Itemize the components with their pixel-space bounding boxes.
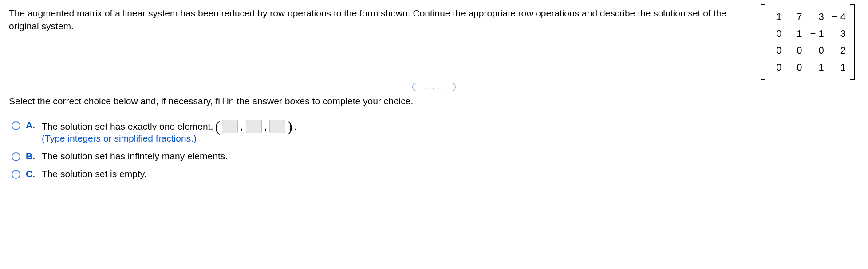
choice-a-hint: (Type integers or simplified fractions.): [42, 133, 859, 144]
choice-b-text: The solution set has infintely many elem…: [42, 151, 859, 162]
answer-box-1[interactable]: [222, 120, 238, 133]
matrix-cell: 0: [790, 62, 802, 73]
choice-b: B. The solution set has infintely many e…: [12, 151, 859, 162]
comma-1: ,: [240, 121, 244, 132]
matrix-bracket-left: [761, 4, 765, 80]
radio-c[interactable]: [12, 170, 20, 179]
matrix-cell: 1: [790, 28, 802, 40]
choice-c-text: The solution set is empty.: [42, 169, 859, 179]
matrix-cell: 1: [810, 62, 824, 73]
radio-b[interactable]: [12, 152, 20, 161]
choice-a: A. The solution set has exactly one elem…: [12, 120, 859, 144]
choice-c: C. The solution set is empty.: [12, 169, 859, 179]
matrix-cell: 3: [832, 28, 846, 40]
augmented-matrix: 1 7 3 − 4 0 1 − 1 3 0 0 0 2 0 0 1 1: [761, 4, 859, 80]
answer-box-2[interactable]: [246, 120, 262, 133]
comma-2: ,: [264, 121, 268, 132]
matrix-cell: − 4: [832, 11, 846, 23]
question-prompt: The augmented matrix of a linear system …: [9, 4, 752, 33]
matrix-cell: 7: [790, 11, 802, 23]
instruction-text: Select the correct choice below and, if …: [9, 96, 859, 107]
matrix-bracket-right: [850, 4, 855, 80]
expand-toggle[interactable]: . . . . .: [412, 83, 456, 91]
choice-b-label: B.: [26, 151, 36, 162]
matrix-cell: 2: [832, 45, 846, 56]
matrix-cell: 0: [769, 45, 782, 56]
matrix-cell: 0: [790, 45, 802, 56]
paren-open: (: [215, 120, 220, 133]
section-divider: . . . . .: [9, 87, 859, 87]
radio-a[interactable]: [12, 121, 20, 130]
answer-box-3[interactable]: [269, 120, 285, 133]
matrix-cell: 0: [810, 45, 824, 56]
choice-a-text-before: The solution set has exactly one element…: [42, 121, 213, 132]
paren-close: ): [287, 120, 292, 133]
question-header: The augmented matrix of a linear system …: [9, 4, 859, 80]
matrix-cell: 3: [810, 11, 824, 23]
matrix-cell: 0: [769, 62, 782, 73]
matrix-cell: 1: [769, 11, 782, 23]
choice-c-label: C.: [26, 169, 36, 179]
matrix-cell: − 1: [810, 28, 824, 40]
choice-a-label: A.: [26, 120, 36, 131]
matrix-grid: 1 7 3 − 4 0 1 − 1 3 0 0 0 2 0 0 1 1: [765, 8, 850, 77]
matrix-cell: 1: [832, 62, 846, 73]
choice-a-content: The solution set has exactly one element…: [42, 120, 859, 144]
answer-choices: A. The solution set has exactly one elem…: [9, 120, 859, 179]
matrix-cell: 0: [769, 28, 782, 40]
choice-a-period: .: [294, 121, 297, 132]
